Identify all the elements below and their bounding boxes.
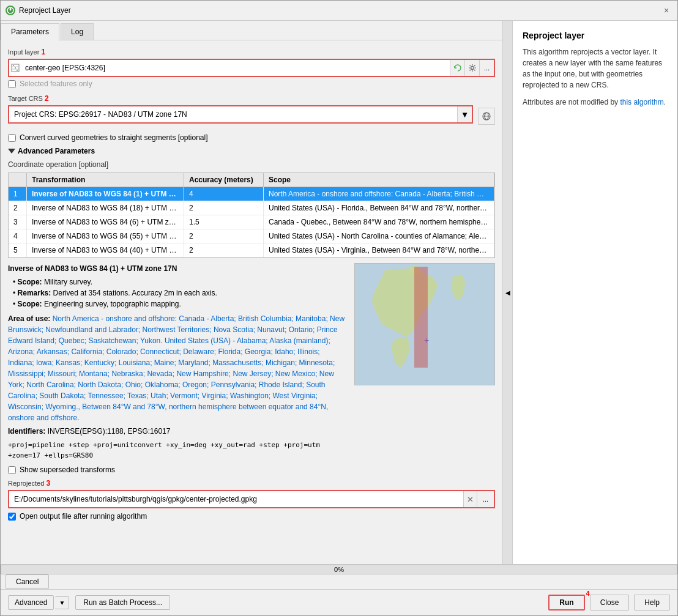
batch-process-button[interactable]: Run as Batch Process... (75, 595, 170, 610)
cell-accuracy: 4 (184, 187, 264, 201)
col-num (9, 173, 27, 187)
title-bar-left: Reproject Layer (6, 6, 71, 15)
open-output-checkbox[interactable] (8, 513, 16, 521)
col-scope: Scope (264, 173, 494, 187)
reprojected-label: Reprojected 3 (8, 479, 495, 488)
input-layer-badge: 1 (41, 48, 45, 56)
selected-features-row: Selected features only (8, 80, 495, 88)
table-row[interactable]: 4 Inverse of NAD83 to WGS 84 (55) + UTM … (9, 229, 494, 243)
table-header: Transformation Accuracy (meters) Scope (9, 173, 494, 187)
proj-string: +proj=pipeline +step +proj=unitconvert +… (8, 440, 347, 461)
output-path-input[interactable] (9, 492, 463, 506)
open-output-label: Open output file after running algorithm (20, 512, 147, 521)
cell-scope: United States (USA) - North Carolina - c… (264, 229, 494, 243)
main-window: Reproject Layer × Parameters Log Input l… (0, 0, 678, 616)
right-panel-note: Attributes are not modified by this algo… (523, 97, 668, 108)
detail-text: Inverse of NAD83 to WGS 84 (1) + UTM zon… (8, 263, 347, 461)
cell-transform: Inverse of NAD83 to WGS 84 (6) + UTM zon… (27, 215, 184, 229)
table-row[interactable]: 3 Inverse of NAD83 to WGS 84 (6) + UTM z… (9, 215, 494, 229)
close-button[interactable]: Close (590, 595, 630, 610)
app-icon (6, 6, 15, 15)
curved-geom-checkbox[interactable] (8, 134, 16, 142)
svg-point-2 (13, 65, 14, 66)
table-row[interactable]: 5 Inverse of NAD83 to WGS 84 (40) + UTM … (9, 243, 494, 258)
target-crs-row: ▼ (8, 105, 473, 124)
cell-num: 5 (9, 243, 27, 257)
cell-accuracy: 1.5 (184, 215, 264, 229)
cell-transform: Inverse of NAD83 to WGS 84 (40) + UTM zo… (27, 243, 184, 257)
table-row[interactable]: 1 Inverse of NAD83 to WGS 84 (1) + UTM z… (9, 187, 494, 201)
identifiers-row: Identifiers: INVERSE(EPSG):1188, EPSG:16… (8, 426, 347, 437)
svg-point-5 (471, 67, 474, 70)
panel-collapse-button[interactable]: ◀ (502, 21, 512, 564)
bottom-right-buttons: Run 4 Close Help (548, 595, 670, 610)
show-superseded-label: Show superseded transforms (20, 466, 115, 474)
output-clear-button[interactable]: ✕ (463, 491, 477, 507)
input-layer-label: Input layer 1 (8, 48, 495, 56)
help-button[interactable]: Help (634, 595, 670, 610)
svg-text:+: + (424, 335, 429, 345)
input-layer-settings-button[interactable] (464, 60, 479, 76)
detail-scope2: • Scope: Engineering survey, topographic… (13, 299, 347, 310)
coordinate-table: Transformation Accuracy (meters) Scope 1… (8, 173, 495, 258)
bottom-left-buttons: Advanced ▼ Run as Batch Process... (8, 595, 170, 610)
tab-log[interactable]: Log (61, 23, 94, 40)
open-output-row: Open output file after running algorithm (8, 512, 495, 521)
detail-title: Inverse of NAD83 to WGS 84 (1) + UTM zon… (8, 263, 347, 274)
input-layer-browse-button[interactable]: ... (479, 60, 494, 76)
reprojected-badge: 3 (46, 479, 50, 488)
advanced-params-label: Advanced Parameters (18, 147, 95, 155)
cell-accuracy: 2 (184, 243, 264, 257)
target-crs-globe-button[interactable] (478, 108, 495, 125)
run-button[interactable]: Run (548, 595, 584, 610)
cell-scope: Canada - Quebec., Between 84°W and 78°W,… (264, 215, 494, 229)
input-layer-input[interactable] (21, 61, 450, 75)
target-crs-input[interactable] (9, 108, 457, 121)
reprojected-section: Reprojected 3 ✕ ... Open output file aft… (8, 479, 495, 521)
tabs-bar: Parameters Log (1, 21, 502, 40)
collapse-triangle-icon (8, 149, 15, 154)
output-row: ✕ ... (8, 490, 495, 508)
curved-geom-label: Convert curved geometries to straight se… (20, 133, 208, 142)
cell-scope: North America - onshore and offshore: Ca… (264, 187, 494, 201)
show-superseded-row: Show superseded transforms (8, 466, 495, 474)
cell-num: 1 (9, 187, 27, 201)
map-thumbnail: + (354, 263, 495, 385)
run-badge: 4 (586, 590, 590, 597)
right-panel-title: Reproject layer (523, 31, 668, 40)
curved-geom-row: Convert curved geometries to straight se… (8, 133, 495, 142)
selected-features-checkbox[interactable] (8, 80, 16, 88)
cell-transform: Inverse of NAD83 to WGS 84 (1) + UTM zon… (27, 187, 184, 201)
table-body: 1 Inverse of NAD83 to WGS 84 (1) + UTM z… (9, 187, 494, 258)
cell-accuracy: 2 (184, 201, 264, 215)
svg-point-3 (15, 67, 16, 69)
bottom-buttons: Advanced ▼ Run as Batch Process... Run 4… (1, 589, 677, 615)
right-panel: Reproject layer This algorithm reproject… (512, 21, 677, 564)
advanced-params-section: Advanced Parameters Coordinate operation… (8, 147, 495, 474)
cancel-button[interactable]: Cancel (6, 574, 49, 589)
show-superseded-checkbox[interactable] (8, 466, 16, 474)
target-crs-badge: 2 (45, 94, 49, 103)
area-of-use: Area of use: North America - onshore and… (8, 313, 347, 423)
target-crs-dropdown-button[interactable]: ▼ (457, 106, 472, 122)
cell-num: 4 (9, 229, 27, 243)
left-panel: Parameters Log Input layer 1 (1, 21, 502, 564)
progress-label: 0% (1, 565, 677, 574)
svg-rect-9 (414, 267, 428, 368)
advanced-params-header[interactable]: Advanced Parameters (8, 147, 495, 155)
window-title: Reproject Layer (19, 6, 71, 15)
layer-icon (9, 62, 21, 74)
advanced-button[interactable]: Advanced (8, 595, 54, 610)
cell-num: 2 (9, 201, 27, 215)
input-layer-row: ... (8, 59, 495, 77)
selected-features-label: Selected features only (20, 80, 92, 88)
detail-remarks: • Remarks: Derived at 354 stations. Accu… (13, 288, 347, 299)
cell-transform: Inverse of NAD83 to WGS 84 (55) + UTM zo… (27, 229, 184, 243)
window-close-button[interactable]: × (660, 4, 672, 17)
tab-parameters[interactable]: Parameters (1, 23, 59, 40)
advanced-dropdown-button[interactable]: ▼ (55, 596, 69, 609)
table-row[interactable]: 2 Inverse of NAD83 to WGS 84 (18) + UTM … (9, 201, 494, 215)
output-browse-button[interactable]: ... (477, 491, 494, 507)
cell-scope: United States (USA) - Virginia., Between… (264, 243, 494, 257)
input-layer-refresh-button[interactable] (450, 60, 464, 76)
